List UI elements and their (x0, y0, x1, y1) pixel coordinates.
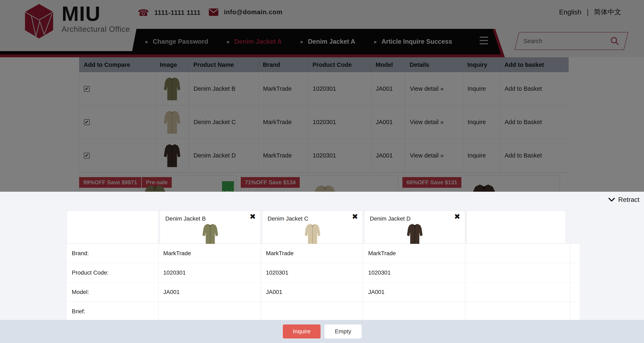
compare-product-card: Denim Jacket D ✖ (364, 211, 465, 244)
close-icon[interactable]: ✖ (250, 212, 256, 221)
compare-product-card: Denim Jacket C ✖ (262, 211, 363, 244)
model-value: JA001 (368, 289, 384, 296)
compare-header-empty-cell (67, 211, 158, 244)
compare-drawer: Retract Denim Jacket B ✖ Denim Jacket C … (0, 192, 644, 343)
jacket-image (200, 223, 220, 246)
compare-row-brand: Brand: MarkTrade MarkTrade MarkTrade (67, 244, 580, 263)
retract-button[interactable]: Retract (608, 196, 640, 204)
jacket-image (404, 223, 425, 246)
compare-row-brief: Brief: (67, 302, 580, 321)
compare-header-empty-slot (466, 211, 566, 244)
code-value: 1020301 (266, 270, 288, 276)
inquire-button[interactable]: Inquire (283, 324, 320, 338)
row-label: Brand: (72, 250, 89, 257)
compare-row-model: Model: JA001 JA001 JA001 (67, 282, 580, 302)
row-label: Model: (72, 289, 89, 296)
code-value: 1020301 (368, 270, 391, 276)
jacket-image (302, 223, 323, 246)
model-value: JA001 (266, 289, 282, 296)
close-icon[interactable]: ✖ (352, 212, 358, 221)
brand-value: MarkTrade (266, 250, 294, 257)
dim-overlay (0, 0, 644, 192)
compare-product-name: Denim Jacket B (165, 216, 206, 222)
retract-label: Retract (618, 196, 640, 204)
compare-product-card: Denim Jacket B ✖ (160, 211, 260, 244)
code-value: 1020301 (163, 270, 186, 276)
compare-product-name: Denim Jacket C (268, 216, 308, 222)
model-value: JA001 (163, 289, 180, 296)
brand-value: MarkTrade (368, 250, 396, 257)
row-label: Product Code: (72, 270, 109, 276)
compare-rows: Brand: MarkTrade MarkTrade MarkTrade Pro… (67, 244, 580, 321)
compare-row-product-code: Product Code: 1020301 1020301 1020301 (67, 263, 580, 282)
close-icon[interactable]: ✖ (454, 212, 460, 221)
row-label: Brief: (72, 308, 85, 315)
empty-button[interactable]: Empty (324, 324, 362, 338)
compare-product-name: Denim Jacket D (370, 216, 411, 222)
chevron-down-icon (608, 198, 615, 202)
brand-value: MarkTrade (163, 250, 191, 257)
drawer-footer: Inquire Empty (0, 320, 644, 343)
